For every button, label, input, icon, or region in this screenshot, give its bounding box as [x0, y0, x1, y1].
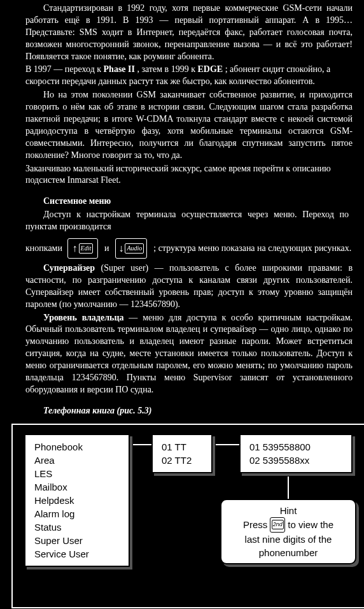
- list-item: Service User: [34, 547, 120, 561]
- list-item: Super User: [34, 534, 120, 547]
- list-item: 01 539558800: [249, 440, 342, 454]
- text-fragment: В 1997 — переход к: [25, 64, 101, 74]
- key-instruction-row: Доступ к настройкам терминала осуществля…: [25, 209, 353, 234]
- list-item: Helpdesk: [34, 494, 120, 507]
- list-item: LES: [34, 467, 120, 480]
- text-fragment: и: [104, 243, 109, 255]
- connector-line: [213, 444, 239, 445]
- section-title-phonebook: Телефонная книга (рис. 5.3): [25, 405, 353, 417]
- list-item: Mailbox: [34, 480, 120, 494]
- list-item: Area: [34, 454, 120, 467]
- key-label: Audio: [125, 243, 144, 254]
- key-label: Edit: [79, 243, 94, 254]
- connector-line: [130, 444, 151, 445]
- connector-line: [288, 473, 289, 499]
- hint-box: Hint Press 2nd to view the last nine dig…: [220, 499, 356, 564]
- list-item: Phonebook: [34, 440, 120, 454]
- emphasis-phase: Phase II: [104, 64, 135, 74]
- body-paragraph: Но на этом поколении GSM заканчивает соб…: [25, 89, 353, 161]
- key-instruction-row: кнопками ↑ Edit и ↓ Audio ; структура ме…: [25, 238, 353, 259]
- arrow-down-icon: ↓: [118, 241, 123, 255]
- menu-list-box: Phonebook Area LES Mailbox Helpdesk Alar…: [24, 434, 130, 567]
- key-audio: ↓ Audio: [115, 238, 147, 259]
- role-title-supervisor: Супервайзер: [43, 263, 95, 273]
- list-item: 02 5395588xx: [249, 454, 342, 467]
- body-paragraph: Супервайзер (Super user) — пользователь …: [25, 262, 353, 311]
- phonebook-diagram: Phonebook Area LES Mailbox Helpdesk Alar…: [11, 424, 364, 608]
- key-edit: ↑ Edit: [67, 238, 98, 259]
- spacer: кнопками: [25, 243, 62, 255]
- hint-key-icon: 2nd: [270, 517, 285, 533]
- section-title-system-menu: Системное меню: [25, 196, 353, 208]
- text-fragment: to view the: [288, 518, 333, 531]
- text-fragment: Доступ к настройкам терминала осуществля…: [25, 209, 349, 233]
- body-paragraph: В 1997 — переход к Phase II , затем в 19…: [25, 64, 353, 88]
- list-item: 01 TT: [162, 440, 202, 454]
- hint-key-label: 2nd: [272, 520, 284, 529]
- list-item: 02 TT2: [162, 454, 202, 467]
- entry-list-box: 01 TT 02 TT2: [151, 434, 213, 473]
- text-fragment: Press: [243, 518, 267, 531]
- role-title-owner: Уровень владельца: [43, 313, 123, 322]
- emphasis-edge: EDGE: [197, 64, 223, 74]
- number-list-box: 01 539558800 02 5395588xx: [239, 434, 353, 473]
- body-paragraph: Заканчиваю маленький исторический экскур…: [25, 163, 353, 187]
- hint-title: Hint: [227, 504, 350, 517]
- text-fragment: last nine digits of the: [227, 533, 350, 546]
- arrow-up-icon: ↑: [73, 241, 78, 255]
- text-fragment: — меню для доступа к особо критичным нас…: [25, 313, 353, 394]
- list-item: Status: [34, 520, 120, 534]
- text-fragment: phonenumber: [227, 546, 350, 559]
- body-paragraph: Стандартизирован в 1992 году, хотя первы…: [25, 3, 353, 62]
- body-paragraph: Уровень владельца — меню для доступа к о…: [25, 312, 353, 396]
- text-fragment: ; структура меню показана на следующих р…: [153, 243, 351, 255]
- text-fragment: , затем в 1999 к: [137, 64, 195, 74]
- list-item: Alarm log: [34, 507, 120, 520]
